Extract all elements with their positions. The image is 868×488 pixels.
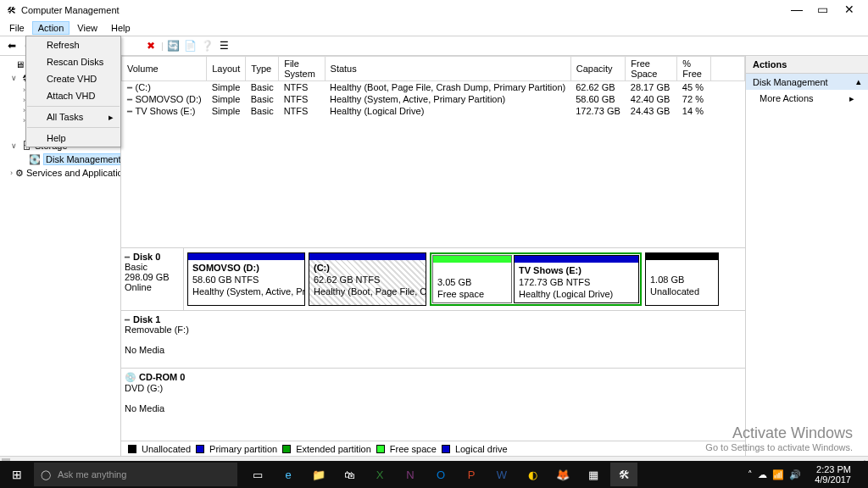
list-icon[interactable]: ☰: [218, 39, 231, 53]
action-dropdown: Refresh Rescan Disks Create VHD Attach V…: [25, 36, 121, 147]
outlook-icon[interactable]: O: [427, 463, 454, 486]
volume-list[interactable]: Volume Layout Type File System Status Ca…: [121, 56, 745, 247]
search-box[interactable]: ◯ Ask me anything: [34, 463, 237, 486]
help-toolbar-icon[interactable]: ❔: [201, 39, 214, 53]
table-row[interactable]: TV Shows (E:)SimpleBasicNTFSHealthy (Log…: [122, 105, 745, 117]
word-icon[interactable]: W: [488, 463, 515, 486]
table-row[interactable]: (C:)SimpleBasicNTFSHealthy (Boot, Page F…: [122, 81, 745, 94]
edge-icon[interactable]: e: [275, 463, 302, 486]
task-view-icon[interactable]: ▭: [244, 463, 271, 486]
cdrom-icon: 💿: [125, 372, 136, 382]
file-explorer-icon[interactable]: 📁: [305, 463, 332, 486]
onedrive-icon[interactable]: ☁: [758, 469, 767, 480]
onenote-icon[interactable]: N: [397, 463, 424, 486]
disk-row: 💿 CD-ROM 0 DVD (G:) No Media: [121, 369, 745, 426]
properties-icon[interactable]: 📄: [184, 39, 198, 53]
close-button[interactable]: ✕: [837, 0, 861, 19]
partition-free-space[interactable]: 3.05 GBFree space: [432, 255, 512, 303]
services-icon: ⚙: [15, 167, 24, 179]
powerpoint-icon[interactable]: P: [458, 463, 485, 486]
collapse-icon: ▴: [856, 76, 861, 87]
menu-view[interactable]: View: [71, 21, 103, 35]
menu-attach-vhd[interactable]: Attach VHD: [26, 87, 120, 104]
partition-somovso[interactable]: SOMOVSO (D:)58.60 GB NTFSHealthy (System…: [187, 252, 305, 306]
vmware-icon[interactable]: ▦: [580, 463, 607, 486]
refresh-icon[interactable]: 🔄: [167, 39, 181, 53]
col-volume[interactable]: Volume: [122, 57, 207, 81]
toolbar: ⬅ ➡ ✖ | 🔄 📄 ❔ ☰: [0, 36, 868, 56]
table-row[interactable]: SOMOVSO (D:)SimpleBasicNTFSHealthy (Syst…: [122, 93, 745, 105]
system-tray[interactable]: ˄ ☁ 📶 🔊: [741, 469, 808, 480]
firefox-icon[interactable]: 🦊: [549, 463, 576, 486]
tree-disk-management[interactable]: Disk Management: [43, 153, 121, 165]
more-actions[interactable]: More Actions▸: [746, 90, 868, 108]
chevron-right-icon: ▸: [849, 93, 854, 104]
menu-separator: [27, 106, 120, 107]
chrome-icon[interactable]: ◐: [519, 463, 546, 486]
menubar: File Action View Help: [0, 19, 868, 36]
col-status[interactable]: Status: [325, 57, 570, 81]
computer-icon: 🖥: [14, 58, 25, 70]
disk-info[interactable]: 💿 CD-ROM 0 DVD (G:) No Media: [121, 369, 745, 426]
col-pct-free[interactable]: % Free: [677, 57, 711, 81]
taskbar: ⊞ ◯ Ask me anything ▭ e 📁 🛍 X N O P W ◐ …: [0, 461, 868, 488]
app-icon: 🛠: [7, 5, 16, 15]
cortana-icon: ◯: [41, 469, 51, 480]
tray-up-icon[interactable]: ˄: [748, 469, 753, 480]
menu-refresh[interactable]: Refresh: [26, 36, 120, 53]
menu-action[interactable]: Action: [32, 21, 70, 35]
partition-unallocated[interactable]: 1.08 GBUnallocated: [645, 252, 719, 306]
menu-all-tasks[interactable]: All Tasks▸: [26, 108, 120, 125]
partition-c[interactable]: (C:)62.62 GB NTFSHealthy (Boot, Page Fil…: [309, 252, 426, 306]
disk-graphical-view[interactable]: Disk 0 Basic 298.09 GB Online SOMOVSO (D…: [121, 247, 745, 441]
partition-tv-shows[interactable]: TV Shows (E:)172.73 GB NTFSHealthy (Logi…: [514, 255, 639, 303]
col-free-space[interactable]: Free Space: [626, 57, 677, 81]
col-type[interactable]: Type: [246, 57, 279, 81]
start-button[interactable]: ⊞: [0, 468, 34, 481]
computer-management-taskbar-icon[interactable]: 🛠: [610, 463, 637, 486]
col-capacity[interactable]: Capacity: [570, 57, 626, 81]
disk-info[interactable]: Disk 0 Basic 298.09 GB Online: [121, 248, 184, 310]
legend: Unallocated Primary partition Extended p…: [121, 441, 745, 456]
window-titlebar: 🛠 Computer Management — ▭ ✕: [0, 0, 868, 19]
network-icon[interactable]: 📶: [772, 469, 784, 480]
disk-row: Disk 1 Removable (F:) No Media: [121, 311, 745, 369]
chevron-right-icon: ▸: [108, 112, 114, 123]
actions-pane: Actions Disk Management▴ More Actions▸: [746, 56, 868, 456]
menu-rescan-disks[interactable]: Rescan Disks: [26, 53, 120, 70]
disk-info[interactable]: Disk 1 Removable (F:) No Media: [121, 311, 745, 368]
maximize-button[interactable]: ▭: [811, 0, 835, 19]
menu-separator: [27, 127, 120, 128]
volume-icon[interactable]: 🔊: [789, 469, 801, 480]
actions-header: Actions: [746, 56, 868, 74]
delete-icon[interactable]: ✖: [144, 39, 158, 53]
menu-help[interactable]: Help: [105, 21, 136, 35]
taskbar-clock[interactable]: 2:23 PM4/9/2017: [808, 464, 858, 485]
menu-create-vhd[interactable]: Create VHD: [26, 70, 120, 87]
tree-services[interactable]: Services and Applications: [26, 168, 121, 178]
store-icon[interactable]: 🛍: [336, 463, 363, 486]
minimize-button[interactable]: —: [785, 0, 809, 19]
col-layout[interactable]: Layout: [207, 57, 246, 81]
excel-icon[interactable]: X: [366, 463, 393, 486]
menu-action-help[interactable]: Help: [26, 130, 120, 147]
col-filesystem[interactable]: File System: [279, 57, 325, 81]
back-icon[interactable]: ⬅: [5, 39, 19, 53]
menu-file[interactable]: File: [3, 21, 31, 35]
actions-section[interactable]: Disk Management▴: [746, 74, 868, 90]
disk-management-icon: 💽: [29, 153, 41, 165]
window-title: Computer Management: [21, 5, 120, 15]
disk-row: Disk 0 Basic 298.09 GB Online SOMOVSO (D…: [121, 248, 745, 311]
